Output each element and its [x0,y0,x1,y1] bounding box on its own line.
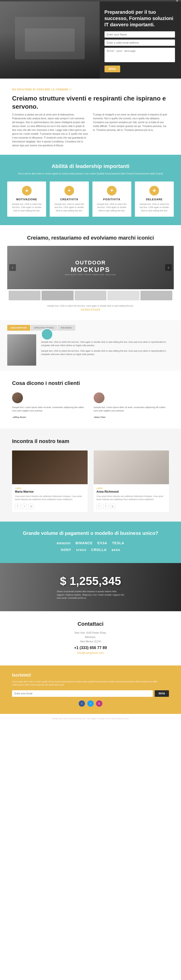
marchi-heading: Creiamo, restauriamo ed evolviamo marchi… [7,235,174,241]
slider-prev-button[interactable]: ‹ [9,264,16,271]
immagine-link[interactable]: Immagine di Freepik [7,308,174,310]
social-tw-2[interactable]: t [103,504,109,509]
hero-section: Preparandoti per il tuo successo, Fornia… [0,2,181,79]
intro-col1: Ci troviamo a parlare per più di cento a… [12,113,88,148]
team-name-1: Maria Marnoe [15,490,85,493]
clienti-text-2: Sample text. Lorem ipsum dolor sit amet,… [94,406,169,413]
brand-tesla: TESLA [112,541,124,545]
contattaci-section: Contattaci New York, 4140 Parker Road,Al… [0,611,181,665]
slider-next-button[interactable]: › [165,264,172,271]
iscrivimi-heading: Iscrivimi! [12,673,169,678]
delegare-text: Sample text. Click to select the text bo… [139,203,170,213]
slider-thumb-4[interactable] [107,291,139,300]
creativita-icon: ✦ [64,186,74,196]
iscrivimi-twitter-icon[interactable]: t [87,700,94,707]
clienti-heading: Cosa dicono i nostri clienti [12,380,169,387]
big-number-section: $ 1,255,345 Siamo un'azienda rispetto al… [0,563,181,611]
social-ig-2[interactable]: ◎ [110,504,115,509]
clienti-profile-1 [12,392,88,403]
intro-col2: Ti prego di rivolgerti a noi come se ste… [93,113,169,148]
tab-reviews[interactable]: REVIEWS [58,325,75,331]
clienti-card-1: Sample text. Lorem ipsum dolor sit amet,… [12,392,88,419]
mockup-line2: MOCKUPS [65,266,116,274]
slider-thumb-5[interactable] [141,291,172,300]
intro-section: NO RIFIUTARE DI CERCARE LE FORMINE !! Cr… [0,79,181,155]
hero-submit-button[interactable]: INVIA [104,65,120,72]
iscrivimi-form: INVIA [12,690,169,697]
motivazione-title: MOTIVAZIONE [11,198,42,201]
brand-logos-row1: amazon BINANCE EV3A TESLA [12,541,169,545]
team-name-2: Anna Richmond [96,490,166,493]
leadership-cards: ★ MOTIVAZIONE Sample text. Click to sele… [7,181,174,217]
team-heading: Incontra il nostro team [12,438,169,444]
clienti-card-2: Sample text. Lorem ipsum dolor sit amet,… [94,392,169,419]
footer: Sample text. Click to select the text bo… [0,714,181,723]
pagamenti-heading: Grande volume di pagamenti o modello di … [12,530,169,536]
social-tw-1[interactable]: t [22,504,27,509]
slider-main: OUTDOOR MOCKUPS MOCKUP FOR YOUR AMAZING … [7,246,174,289]
positivita-title: POSITIVITÀ [96,198,128,201]
slider-thumb-1[interactable] [9,291,40,300]
tab-text-1: Sample text. Click to select the text bo… [41,340,174,347]
marchi-section: Creiamo, restauriamo ed evolviamo marchi… [0,225,181,320]
hero-email-input[interactable] [104,40,175,46]
team-img-anna [94,450,169,484]
team-info-anna: LABEL Anna Richmond Cras amet lorem lobo… [94,484,169,512]
slider-caption: Sample text. Click to select the text bo… [7,305,174,307]
pagamenti-section: Grande volume di pagamenti o modello di … [0,522,181,563]
social-ig-1[interactable]: ◎ [29,504,34,509]
iscrivimi-email-input[interactable] [12,690,153,697]
clienti-author-1: -Jeffrey Brown [12,416,26,418]
big-number-value: $ 1,255,345 [60,574,121,588]
brand-ev3a: EV3A [98,541,107,545]
team-label-1: LABEL [15,487,85,489]
brand-logos-row2: SONY crocs CROLLA asos [12,548,169,552]
slider-thumb-2[interactable] [42,291,74,300]
clienti-section: Cosa dicono i nostri clienti Sample text… [0,371,181,428]
slider-thumb-3[interactable] [75,291,106,300]
hero-right-panel: Preparandoti per il tuo successo, Fornia… [100,2,181,79]
tab-image [7,334,36,366]
brand-amazon: amazon [57,541,71,545]
clienti-avatar-female [94,392,104,403]
team-card-1: LABEL Maria Marnoe Cras amet lorem lobor… [12,450,88,512]
motivazione-text: Sample text. Click to select the text bo… [11,203,42,213]
big-number-content: $ 1,255,345 Siamo un'azienda rispetto al… [0,565,181,609]
delegare-icon: ❖ [149,186,159,196]
team-social-2: f t ◎ [96,504,166,509]
hero-form: INVIA [104,31,175,72]
tabs-section: DESCRIPTION SPECIFICATIONS REVIEWS Sampl… [0,320,181,371]
iscrivimi-section: Iscrivimi! Dove quale altro tutto in mod… [0,665,181,714]
footer-caption: Sample text. Click to select the text bo… [4,718,178,720]
iscrivimi-text: Dove quale altro tutto in modo rapido ch… [12,680,169,687]
iscrivimi-instagram-icon[interactable]: ◎ [96,700,103,707]
brand-asos: asos [112,548,120,552]
hero-title: Preparandoti per il tuo successo, Fornia… [104,9,175,28]
tab-text: Sample text. Click to select the text bo… [41,340,174,358]
iscrivimi-submit-button[interactable]: INVIA [155,690,169,697]
slider-thumbnails [7,289,174,302]
contattaci-heading: Contattaci [12,621,169,627]
intro-tag: NO RIFIUTARE DI CERCARE LE FORMINE !! [12,88,169,91]
hero-image [0,2,100,79]
hero-message-input[interactable] [104,48,175,62]
creativita-text: Sample text. Click to select the text bo… [53,203,85,213]
tab-content: Sample text. Click to select the text bo… [7,334,174,366]
social-fb-2[interactable]: f [96,504,102,509]
creativita-title: CREATIVITÀ [53,198,85,201]
leadership-card-positivita: ♥ POSITIVITÀ Sample text. Click to selec… [93,181,131,217]
social-fb-1[interactable]: f [15,504,20,509]
hero-name-input[interactable] [104,31,175,38]
leadership-section: Abilità di leadership importanti Dove an… [0,155,181,225]
iscrivimi-social: f t ◎ [12,700,169,707]
immagine-label: Immagine di [81,308,93,310]
mockup-line1: OUTDOOR [65,259,116,266]
intro-columns: Ci troviamo a parlare per più di cento a… [12,113,169,148]
clienti-author-2: -Maria Chen [94,416,106,418]
mockup-line3: MOCKUP FOR YOUR AMAZING DESIGN [65,274,116,276]
iscrivimi-facebook-icon[interactable]: f [78,700,85,707]
tab-description[interactable]: DESCRIPTION [7,325,30,331]
team-img-maria [12,450,88,484]
brand-crolla: CROLLA [91,548,107,552]
leadership-card-motivazione: ★ MOTIVAZIONE Sample text. Click to sele… [7,181,46,217]
